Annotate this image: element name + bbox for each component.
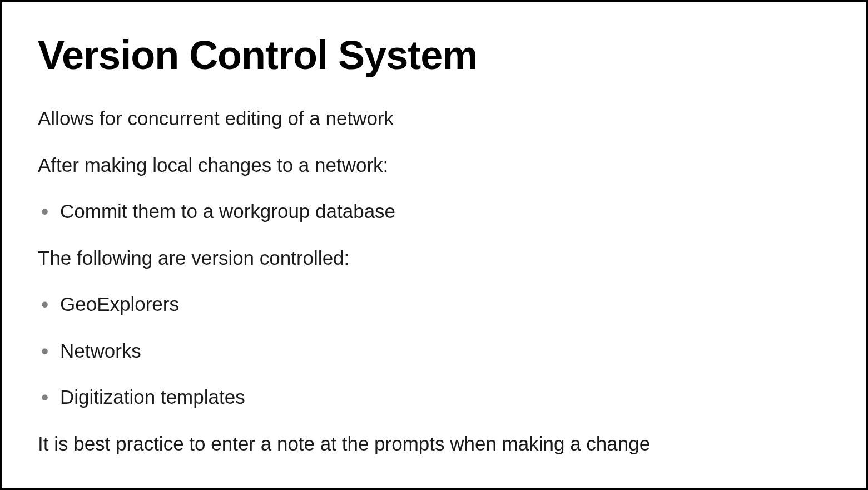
commit-list: Commit them to a workgroup database (38, 199, 830, 224)
slide-container: Version Control System Allows for concur… (0, 0, 868, 490)
version-controlled-list: GeoExplorers Networks Digitization templ… (38, 291, 830, 410)
list-item: Commit them to a workgroup database (38, 199, 830, 224)
list-item: Networks (38, 338, 830, 364)
intro-paragraph: Allows for concurrent editing of a netwo… (38, 106, 830, 131)
slide-title: Version Control System (38, 32, 830, 78)
version-controlled-paragraph: The following are version controlled: (38, 245, 830, 271)
best-practice-paragraph: It is best practice to enter a note at t… (38, 431, 830, 457)
list-item: GeoExplorers (38, 291, 830, 317)
list-item: Digitization templates (38, 384, 830, 410)
changes-paragraph: After making local changes to a network: (38, 152, 830, 178)
